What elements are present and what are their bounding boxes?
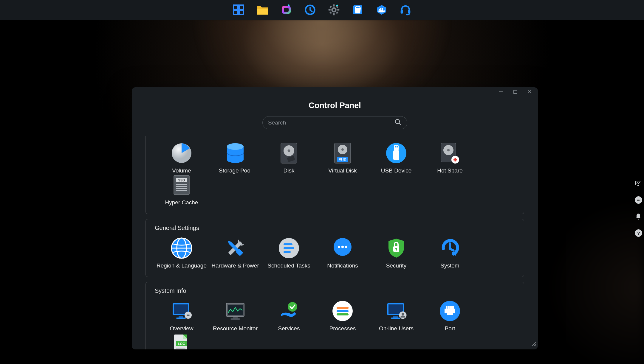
resource-monitor-icon bbox=[225, 300, 246, 322]
svg-point-31 bbox=[637, 200, 638, 200]
svg-rect-118 bbox=[448, 306, 450, 309]
item-services[interactable]: Services bbox=[262, 300, 316, 332]
close-button[interactable] bbox=[527, 89, 532, 95]
resize-handle[interactable] bbox=[531, 341, 536, 348]
item-notifications[interactable]: Notifications bbox=[316, 237, 369, 269]
maximize-button[interactable] bbox=[512, 89, 518, 95]
svg-rect-36 bbox=[514, 90, 517, 94]
item-disk[interactable]: Disk bbox=[262, 142, 316, 174]
svg-rect-13 bbox=[337, 9, 339, 11]
item-label: Scheduled Tasks bbox=[267, 262, 310, 269]
taskbar-docker-icon[interactable] bbox=[376, 4, 388, 16]
taskbar-settings-icon[interactable] bbox=[328, 4, 340, 16]
svg-rect-109 bbox=[337, 313, 349, 315]
storage-pool-icon bbox=[225, 142, 246, 164]
svg-rect-26 bbox=[401, 10, 403, 14]
item-system-log[interactable]: LOG System Log bbox=[155, 332, 208, 349]
tray-help-icon[interactable]: ? bbox=[635, 229, 642, 237]
svg-rect-119 bbox=[450, 306, 452, 309]
item-security[interactable]: Security bbox=[369, 237, 423, 269]
item-processes[interactable]: Processes bbox=[316, 300, 369, 332]
item-usb-device[interactable]: USB Device bbox=[369, 142, 423, 174]
svg-point-87 bbox=[338, 245, 340, 248]
item-virtual-disk[interactable]: VHD Virtual Disk bbox=[316, 142, 369, 174]
item-overview[interactable]: Overview bbox=[155, 300, 208, 332]
svg-rect-2 bbox=[234, 10, 238, 15]
svg-text:LOG: LOG bbox=[178, 342, 185, 346]
disk-icon bbox=[278, 142, 300, 164]
svg-rect-104 bbox=[230, 318, 240, 320]
svg-point-44 bbox=[227, 156, 244, 163]
control-panel-window: Control Panel bbox=[132, 87, 538, 349]
tray-dashboard-icon[interactable] bbox=[635, 180, 642, 187]
svg-rect-12 bbox=[329, 9, 331, 11]
item-storage-pool[interactable]: Storage Pool bbox=[208, 142, 262, 174]
security-icon bbox=[386, 237, 407, 259]
item-hardware-power[interactable]: Hardware & Power bbox=[208, 237, 262, 269]
taskbar-support-icon[interactable] bbox=[400, 4, 411, 16]
item-online-users[interactable]: On-line Users bbox=[369, 300, 423, 332]
item-port[interactable]: Port bbox=[423, 300, 477, 332]
virtual-disk-icon: VHD bbox=[332, 142, 353, 164]
item-label: Region & Language bbox=[157, 262, 207, 269]
svg-point-18 bbox=[336, 4, 338, 6]
search-box[interactable] bbox=[262, 116, 407, 129]
tools-icon bbox=[225, 237, 246, 259]
taskbar-backup-icon[interactable] bbox=[304, 4, 316, 16]
search-input[interactable] bbox=[268, 119, 394, 126]
svg-rect-108 bbox=[337, 310, 349, 312]
item-resource-monitor[interactable]: Resource Monitor bbox=[208, 300, 262, 332]
item-system[interactable]: System bbox=[423, 237, 477, 269]
item-hyper-cache[interactable]: SSD Hyper Cache bbox=[155, 174, 208, 206]
section-title: System Info bbox=[155, 287, 515, 294]
svg-rect-21 bbox=[379, 9, 380, 10]
item-region-language[interactable]: Region & Language bbox=[155, 237, 208, 269]
services-icon bbox=[278, 300, 300, 322]
svg-rect-69 bbox=[176, 184, 187, 185]
taskbar-apps-icon[interactable] bbox=[233, 4, 244, 16]
taskbar-media-icon[interactable] bbox=[280, 4, 292, 16]
system-icon bbox=[439, 237, 461, 259]
item-label: Hyper Cache bbox=[165, 199, 198, 206]
notifications-icon bbox=[332, 237, 353, 259]
svg-point-89 bbox=[345, 245, 347, 248]
svg-rect-84 bbox=[284, 251, 291, 253]
taskbar-files-icon[interactable] bbox=[256, 4, 268, 16]
item-label: Security bbox=[386, 262, 407, 269]
item-label: Port bbox=[445, 325, 455, 332]
svg-rect-25 bbox=[382, 8, 383, 9]
item-hot-spare[interactable]: Hot Spare bbox=[423, 142, 477, 174]
item-volume[interactable]: Volume bbox=[155, 142, 208, 174]
svg-point-32 bbox=[638, 200, 639, 200]
right-tray: ? bbox=[635, 180, 642, 237]
svg-rect-59 bbox=[393, 150, 399, 160]
svg-rect-107 bbox=[337, 307, 349, 309]
item-scheduled-tasks[interactable]: Scheduled Tasks bbox=[262, 237, 316, 269]
section-storage: Volume Storage Pool bbox=[145, 136, 524, 214]
section-general-settings: General Settings bbox=[145, 219, 524, 277]
top-taskbar bbox=[0, 0, 644, 20]
item-label: Resource Monitor bbox=[213, 325, 258, 332]
svg-point-52 bbox=[341, 148, 344, 151]
svg-point-9 bbox=[332, 8, 336, 12]
svg-rect-83 bbox=[284, 247, 294, 249]
overview-icon bbox=[171, 300, 192, 322]
tray-bell-icon[interactable] bbox=[635, 213, 642, 220]
svg-rect-70 bbox=[176, 186, 187, 187]
svg-rect-96 bbox=[179, 316, 183, 318]
minimize-button[interactable] bbox=[498, 89, 504, 95]
svg-point-100 bbox=[187, 315, 188, 316]
item-label: Notifications bbox=[327, 262, 358, 269]
tray-chat-icon[interactable] bbox=[635, 196, 642, 204]
svg-rect-117 bbox=[446, 306, 448, 309]
svg-rect-0 bbox=[234, 5, 238, 9]
svg-rect-15 bbox=[336, 12, 338, 14]
svg-rect-14 bbox=[329, 6, 332, 8]
svg-line-128 bbox=[532, 342, 536, 346]
svg-rect-5 bbox=[284, 8, 289, 12]
item-label: USB Device bbox=[381, 167, 411, 174]
item-label: Virtual Disk bbox=[328, 167, 357, 174]
taskbar-store-icon[interactable] bbox=[352, 4, 364, 16]
svg-point-88 bbox=[341, 245, 344, 248]
svg-rect-72 bbox=[176, 190, 187, 191]
